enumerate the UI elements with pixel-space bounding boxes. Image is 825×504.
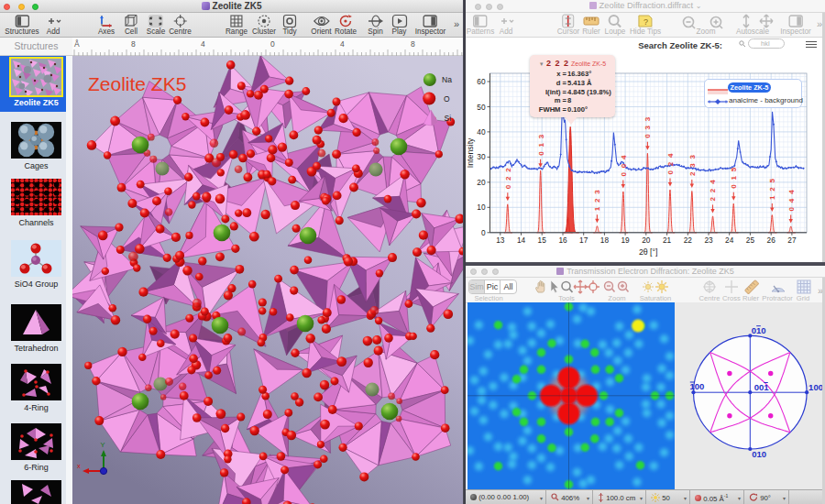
svg-text:0 0 4: 0 0 4 bbox=[620, 154, 628, 176]
svg-text:0: 0 bbox=[481, 228, 486, 237]
svg-text:23: 23 bbox=[704, 236, 713, 245]
svg-text:0 1 5: 0 1 5 bbox=[730, 166, 738, 188]
svg-text:0 3 3: 0 3 3 bbox=[644, 116, 652, 138]
svg-text:Na: Na bbox=[442, 75, 452, 84]
svg-text:100: 100 bbox=[808, 382, 823, 392]
svg-text:?: ? bbox=[644, 17, 648, 27]
svg-text:0: 0 bbox=[270, 39, 275, 49]
svg-text:40: 40 bbox=[477, 127, 486, 137]
svg-text:0 2 2: 0 2 2 bbox=[504, 167, 512, 189]
svg-text:22: 22 bbox=[684, 236, 693, 245]
svg-text:60: 60 bbox=[477, 77, 486, 86]
svg-text:20: 20 bbox=[642, 236, 651, 245]
svg-text:15: 15 bbox=[538, 236, 547, 245]
svg-text:16: 16 bbox=[558, 236, 567, 245]
svg-text:001: 001 bbox=[754, 382, 769, 392]
svg-text:2 2 4: 2 2 4 bbox=[710, 179, 718, 201]
svg-text:0 2 4: 0 2 4 bbox=[666, 152, 675, 174]
svg-text:Y: Y bbox=[101, 441, 105, 449]
svg-text:4: 4 bbox=[201, 39, 205, 49]
svg-text:20: 20 bbox=[477, 178, 486, 187]
svg-text:50: 50 bbox=[477, 103, 486, 112]
svg-text:0 1 3: 0 1 3 bbox=[537, 133, 545, 155]
svg-text:010: 010 bbox=[752, 449, 766, 459]
svg-text:O: O bbox=[444, 94, 450, 104]
svg-text:Zeolite ZK5: Zeolite ZK5 bbox=[88, 73, 186, 94]
svg-text:x: x bbox=[77, 462, 81, 470]
svg-text:100: 100 bbox=[689, 381, 704, 391]
svg-text:19: 19 bbox=[621, 236, 630, 245]
svg-text:8: 8 bbox=[131, 39, 136, 49]
svg-text:4: 4 bbox=[340, 39, 345, 49]
svg-text:2 3 3: 2 3 3 bbox=[688, 154, 697, 176]
svg-text:1 2 3: 1 2 3 bbox=[593, 189, 601, 211]
svg-text:30: 30 bbox=[477, 152, 486, 161]
svg-text:26: 26 bbox=[767, 236, 776, 245]
svg-text:0 4 4: 0 4 4 bbox=[787, 189, 796, 211]
svg-text:25: 25 bbox=[746, 236, 755, 245]
svg-text:010: 010 bbox=[751, 325, 765, 335]
svg-text:1 2 5: 1 2 5 bbox=[768, 178, 776, 200]
svg-text:27: 27 bbox=[787, 236, 797, 245]
svg-text:17: 17 bbox=[579, 236, 588, 245]
svg-text:21: 21 bbox=[663, 236, 672, 245]
svg-text:14: 14 bbox=[517, 236, 526, 245]
svg-text:2θ [°]: 2θ [°] bbox=[639, 247, 658, 257]
svg-text:18: 18 bbox=[600, 236, 610, 245]
svg-text:Å: Å bbox=[74, 39, 80, 49]
svg-text:Intensity: Intensity bbox=[466, 137, 475, 168]
svg-text:Si: Si bbox=[445, 114, 452, 123]
svg-text:13: 13 bbox=[496, 236, 505, 245]
svg-text:10: 10 bbox=[477, 203, 486, 212]
svg-text:8: 8 bbox=[411, 39, 415, 49]
svg-text:24: 24 bbox=[725, 236, 734, 245]
